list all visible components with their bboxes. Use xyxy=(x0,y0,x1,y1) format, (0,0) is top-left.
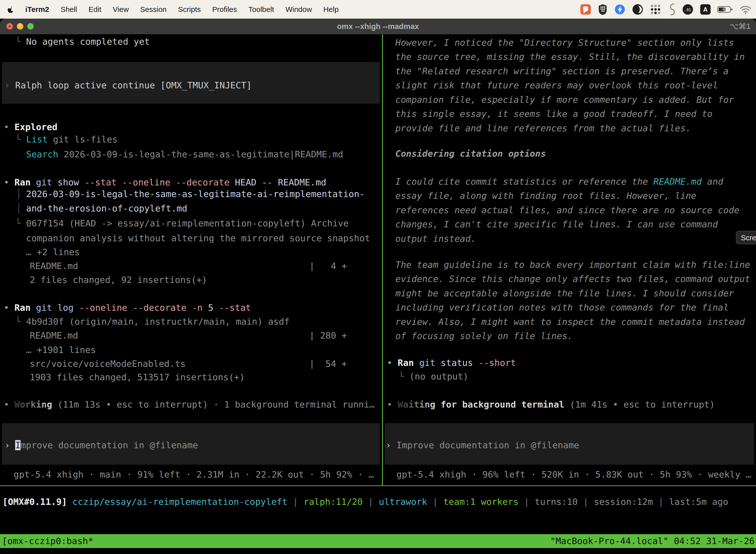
term-line: 2 files changed, 92 insertions(+) xyxy=(30,275,207,285)
menu-bar-status-icons: ..61A xyxy=(580,3,756,16)
term-line: However, I noticed the "Directory Struct… xyxy=(395,37,734,48)
shield-grid-icon[interactable] xyxy=(598,4,608,15)
prompt-text-right: › Improve documentation in @filename xyxy=(386,440,579,451)
menu-item-view[interactable]: View xyxy=(113,5,129,14)
menu-item-window[interactable]: Window xyxy=(286,5,312,14)
session-stats-right: gpt-5.4 xhigh · 96% left · 520K in · 5.8… xyxy=(396,469,751,480)
verified-badge-icon[interactable] xyxy=(614,4,626,15)
desktop-screen: iTerm2 ShellEditViewSessionScriptsProfil… xyxy=(0,0,756,554)
session-stats-left: gpt-5.4 xhigh · main · 91% left · 2.31M … xyxy=(14,469,374,480)
dots-grid-icon[interactable] xyxy=(650,4,661,15)
svg-text:A: A xyxy=(703,6,708,13)
menu-item-profiles[interactable]: Profiles xyxy=(212,5,237,14)
term-line: I could cite commit statistics or refere… xyxy=(395,176,723,187)
term-line: └ List git ls-files xyxy=(15,134,118,145)
battery-icon[interactable] xyxy=(717,5,733,13)
term-line: │ xyxy=(16,203,21,214)
term-line: └ 4b9d30f (origin/main, instructkr/main,… xyxy=(15,316,290,327)
term-line: • Ran git log --oneline --decorate -n 5 … xyxy=(4,302,251,313)
menu-item-app[interactable]: iTerm2 xyxy=(25,5,49,14)
term-line: evidence. Since this change only affects… xyxy=(395,274,750,284)
menu-items: ShellEditViewSessionScriptsProfilesToolb… xyxy=(61,5,338,14)
menu-item-session[interactable]: Session xyxy=(140,5,167,14)
menu-item-shell[interactable]: Shell xyxy=(61,5,77,14)
screen-recording-icon[interactable] xyxy=(580,4,591,15)
term-line: might be acceptable alongside the file l… xyxy=(395,288,734,299)
term-line: the "Related research writing" section i… xyxy=(395,66,729,77)
wifi-icon[interactable] xyxy=(740,5,752,14)
term-line: • Ran git status --short xyxy=(387,357,516,368)
term-line: … +2 lines xyxy=(26,247,80,258)
tmux-host-clock: "MacBook-Pro-44.local" 04:52 31-Mar-26 xyxy=(550,534,756,548)
omx-status-line: [OMX#0.11.9] cczip/essay/ai-reimplementa… xyxy=(2,496,728,507)
term-line: 1903 files changed, 513517 insertions(+) xyxy=(30,372,245,383)
tmux-session-name: [omx-cczip0:bash* xyxy=(0,534,93,548)
term-line: README.md | 280 + xyxy=(30,330,347,341)
prompt-text-left: › Improve documentation in @filename xyxy=(4,440,198,451)
term-line: • Waiting for background terminal (1m 41… xyxy=(387,399,715,410)
menu-item-help[interactable]: Help xyxy=(323,5,339,14)
term-line: companion analysis without altering the … xyxy=(26,233,370,244)
term-line: src/voice/voiceModeEnabled.ts | 54 + xyxy=(30,358,347,369)
squiggle-icon[interactable] xyxy=(668,3,676,16)
term-line: README.md | 4 + xyxy=(30,261,347,272)
tmux-status-bar: [omx-cczip0:bash* "MacBook-Pro-44.local"… xyxy=(0,534,756,548)
apple-menu-icon[interactable] xyxy=(7,6,14,13)
menu-item-scripts[interactable]: Scripts xyxy=(178,5,201,14)
term-line: and-the-erosion-of-copyleft.md xyxy=(26,203,187,214)
term-line: └ No agents completed yet xyxy=(15,36,150,47)
term-line: slight risk that future readers may over… xyxy=(395,80,718,91)
term-line: 2026-03-09-is-legal-the-same-as-legitima… xyxy=(26,189,365,200)
term-line: the source tree, missing the essay. Stil… xyxy=(395,51,745,62)
window-shortcut-badge: ⌥⌘1 xyxy=(730,19,751,34)
screen-share-pill-label: Scre xyxy=(741,233,756,242)
term-line: of focusing solely on file lines. xyxy=(395,331,573,341)
term-line: this single essay, it seems like a good … xyxy=(395,108,712,119)
term-line: … +1901 lines xyxy=(26,344,96,355)
term-line: output instead. xyxy=(395,233,476,244)
ralph-banner-text: › Ralph loop active continue [OMX_TMUX_I… xyxy=(4,80,252,91)
term-line: • Working (11m 13s • esc to interrupt) ·… xyxy=(4,399,375,410)
term-line: Search 2026-03-09-is-legal-the-same-as-l… xyxy=(26,149,343,160)
term-line: The team guideline is to back every impo… xyxy=(395,259,750,270)
term-line: changes, I can't cite specific file line… xyxy=(395,219,718,230)
pie-chart-icon[interactable] xyxy=(632,4,643,15)
term-line: including verification notes with those … xyxy=(395,302,729,313)
term-line: review. Also, I might want to inspect th… xyxy=(395,317,745,327)
svg-text:..61: ..61 xyxy=(685,8,691,12)
macos-menu-bar: iTerm2 ShellEditViewSessionScriptsProfil… xyxy=(0,0,756,19)
battery-percent-icon[interactable]: ..61 xyxy=(682,4,693,15)
window-title-bar[interactable]: omx --xhigh --madmax ⌥⌘1 xyxy=(0,19,756,34)
term-line: essay file, along with finding root file… xyxy=(395,190,696,201)
term-line: • Explored xyxy=(4,122,58,132)
keyboard-a-icon[interactable]: A xyxy=(700,4,711,15)
window-title: omx --xhigh --madmax xyxy=(0,19,756,34)
menu-item-edit[interactable]: Edit xyxy=(88,5,102,14)
term-line: provide file and line references from th… xyxy=(395,123,691,134)
term-line: • Ran git show --stat --oneline --decora… xyxy=(4,177,326,188)
status-separator-line xyxy=(0,486,756,486)
pane-divider[interactable] xyxy=(382,34,383,486)
term-line: │ xyxy=(16,189,21,200)
menu-item-toolbelt[interactable]: Toolbelt xyxy=(249,5,274,14)
terminal-content: Scre [omx-cczip0:bash* "MacBook-Pro-44.l… xyxy=(0,34,756,554)
term-line: companion file, especially if more comme… xyxy=(395,94,734,105)
term-line: └ 067f154 (HEAD -> essay/ai-reimplementa… xyxy=(15,218,349,229)
term-line: └ (no output) xyxy=(398,371,468,382)
iterm2-window: omx --xhigh --madmax ⌥⌘1 Scre [omx-cczip… xyxy=(0,19,756,554)
screen-share-pill[interactable]: Scre xyxy=(736,231,756,244)
thinking-heading: Considering citation options xyxy=(395,148,546,159)
term-line: references need actual files, and since … xyxy=(395,205,739,216)
